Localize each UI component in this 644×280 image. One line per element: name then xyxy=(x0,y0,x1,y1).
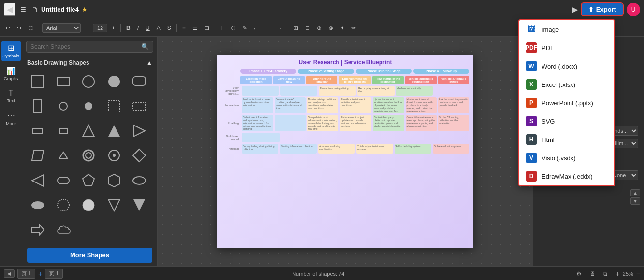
monitor-status-button[interactable]: 🖥 xyxy=(587,269,598,278)
font-family-select[interactable]: Arial xyxy=(42,23,81,33)
page-tab-1[interactable]: 页-1 xyxy=(45,269,63,279)
shape-triangle-right[interactable] xyxy=(129,120,150,141)
scroll-up-button[interactable]: ▲ xyxy=(630,189,640,196)
shape-square-dotted[interactable] xyxy=(103,96,125,117)
shape-circle-ring[interactable] xyxy=(78,145,99,166)
text-button[interactable]: T xyxy=(218,24,226,32)
export-button[interactable]: ⬆ Export xyxy=(582,3,623,15)
scroll-down-button[interactable]: ▼ xyxy=(630,197,640,205)
export-excel-item[interactable]: X Excel (.xlsx) xyxy=(519,75,614,94)
menu-button[interactable]: ☰ xyxy=(18,5,29,14)
search-icon[interactable]: 🔍 xyxy=(141,43,149,50)
page-nav-left[interactable]: ◀ xyxy=(4,269,15,278)
shape-pentagon[interactable] xyxy=(78,170,99,191)
add-page-button[interactable]: + xyxy=(38,270,42,278)
sidebar-item-more[interactable]: ⋯ More xyxy=(1,108,21,129)
bold-button[interactable]: B xyxy=(124,24,133,32)
underline-button[interactable]: U xyxy=(143,24,152,32)
redo-button[interactable]: ↪ xyxy=(15,24,24,32)
shape-triangle-sm2[interactable] xyxy=(129,195,150,216)
strikethrough-button[interactable]: S xyxy=(165,24,174,32)
page-tab-current[interactable]: 页-1 xyxy=(17,269,35,279)
align-button[interactable]: ≡ xyxy=(180,24,188,32)
font-increase-button[interactable]: + xyxy=(109,24,117,32)
canvas-area[interactable]: User Research | Service Blueprint Phase … xyxy=(158,37,533,266)
shape-hexagon[interactable] xyxy=(103,170,125,191)
export-html-item[interactable]: H Html xyxy=(519,130,614,149)
edit-button[interactable]: ✏ xyxy=(349,24,359,32)
shape-circle-sm2[interactable] xyxy=(78,96,99,117)
shape-circle-outline[interactable] xyxy=(78,71,99,92)
export-image-item[interactable]: 🖼 Image xyxy=(519,20,614,39)
zoom-out-button[interactable]: − xyxy=(636,270,640,278)
shape-circle-solid[interactable] xyxy=(103,71,125,92)
shape-triangle-left[interactable] xyxy=(27,170,48,191)
sidebar-item-text[interactable]: T Text xyxy=(1,86,21,106)
shape-triangle-down[interactable] xyxy=(103,195,125,216)
shape-circle-sm[interactable] xyxy=(53,96,74,117)
avatar[interactable]: U xyxy=(627,3,640,16)
shape-square-bold[interactable] xyxy=(27,120,48,141)
valign-button[interactable]: ⊟ xyxy=(202,24,212,32)
export-word-item[interactable]: W Word (.docx) xyxy=(519,57,614,75)
settings-status-button[interactable]: ⚙ xyxy=(574,269,584,278)
svg-point-2 xyxy=(83,76,94,87)
magic-button[interactable]: ✦ xyxy=(337,24,347,32)
svg-point-17 xyxy=(83,150,94,161)
shape-triangle-sm[interactable] xyxy=(53,145,74,166)
export-pdf-item[interactable]: PDF PDF xyxy=(519,39,614,57)
back-button[interactable]: ◀ xyxy=(4,3,15,16)
shape-button[interactable]: ⬡ xyxy=(228,24,238,32)
shape-ellipse-ring[interactable] xyxy=(27,195,48,216)
more-shapes-button[interactable]: More Shapes xyxy=(27,248,152,263)
more-icon: ⋯ xyxy=(7,111,15,120)
line-button[interactable]: — xyxy=(262,24,272,32)
shape-circle-lg2[interactable] xyxy=(78,195,99,216)
italic-button[interactable]: I xyxy=(135,24,141,32)
font-size-input[interactable] xyxy=(93,24,107,32)
shape-circle-lg[interactable] xyxy=(53,195,74,216)
arrow-button[interactable]: → xyxy=(274,24,285,32)
export-ppt-item[interactable]: P PowerPoint (.pptx) xyxy=(519,94,614,112)
sidebar-item-graphs[interactable]: 📊 Graphs xyxy=(1,63,21,84)
svg-marker-16 xyxy=(59,152,68,159)
shape-rect-dotted[interactable] xyxy=(129,96,150,117)
crop-button[interactable]: ⊟ xyxy=(303,24,312,32)
shape-rect-tall[interactable] xyxy=(27,96,48,117)
copy-status-button[interactable]: ⧉ xyxy=(600,269,610,278)
shape-cloud[interactable] xyxy=(53,219,74,240)
pointer-button[interactable]: ⬡ xyxy=(26,24,36,32)
table-button[interactable]: ⊞ xyxy=(291,24,301,32)
insert-button[interactable]: ⊕ xyxy=(314,24,324,32)
shape-arrow-shape[interactable] xyxy=(27,219,48,240)
shape-square[interactable] xyxy=(27,71,48,92)
shape-ellipse-h[interactable] xyxy=(129,170,150,191)
export-svg-item[interactable]: S SVG xyxy=(519,112,614,130)
search-shapes-input[interactable] xyxy=(30,43,139,50)
shape-rounded-rect[interactable] xyxy=(53,170,74,191)
play-button[interactable]: ▶ xyxy=(572,5,578,14)
connector-button[interactable]: ⌐ xyxy=(251,24,260,32)
shape-diamond[interactable] xyxy=(129,145,150,166)
export-visio-item[interactable]: V Visio (.vsdx) xyxy=(519,149,614,167)
shape-circle-dot[interactable] xyxy=(103,145,125,166)
export-edraw-item[interactable]: D EdrawMax (.eddx) xyxy=(519,167,614,185)
sidebar-item-symbols[interactable]: ⊞ Symbols xyxy=(1,41,21,61)
shape-rect-rounded[interactable] xyxy=(129,71,150,92)
pen-button[interactable]: ✎ xyxy=(240,24,249,32)
shape-triangle-up2[interactable] xyxy=(103,120,125,141)
font-color-button[interactable]: A xyxy=(154,24,163,32)
align2-button[interactable]: ⚌ xyxy=(190,24,200,32)
star-icon[interactable]: ★ xyxy=(82,6,88,13)
undo-button[interactable]: ↩ xyxy=(3,24,13,32)
arrange-button[interactable]: ⊗ xyxy=(326,24,336,32)
font-decrease-button[interactable]: − xyxy=(83,24,91,32)
shapes-collapse-icon[interactable]: ▲ xyxy=(146,59,152,66)
shape-rect-sm[interactable] xyxy=(53,120,74,141)
sidebar-item-text-label: Text xyxy=(7,98,15,103)
zoom-in-button[interactable]: + xyxy=(616,270,620,278)
shape-rect-h[interactable] xyxy=(53,71,74,92)
shape-triangle-up[interactable] xyxy=(78,120,99,141)
svg-rect-4 xyxy=(133,77,146,85)
shape-parallelogram[interactable] xyxy=(27,145,48,166)
